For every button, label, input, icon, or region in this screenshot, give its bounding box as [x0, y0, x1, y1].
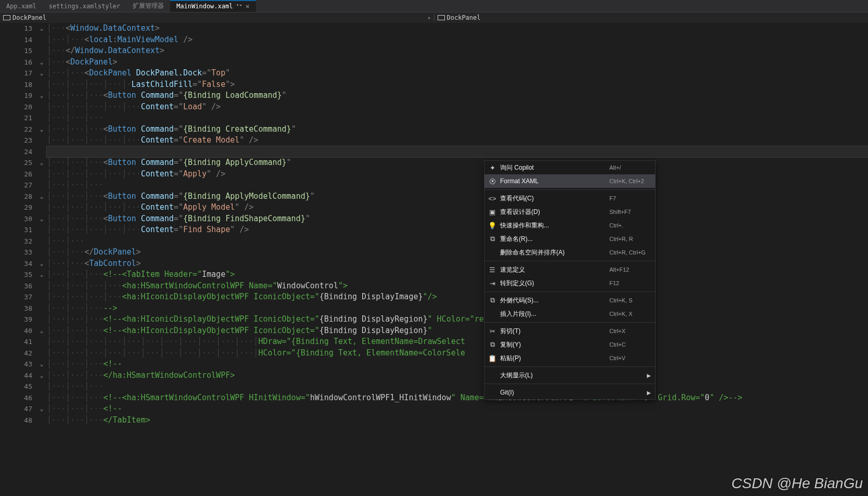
- code-line[interactable]: │···│···│···: [47, 112, 868, 124]
- menu-item[interactable]: ✂剪切(T)Ctrl+X: [484, 324, 655, 338]
- menu-separator: [484, 322, 655, 323]
- code-line[interactable]: │···│···│···│···│···│···│···│···│···│···…: [47, 348, 868, 359]
- fold-toggle[interactable]: ⌄: [36, 258, 47, 270]
- menu-item[interactable]: ⧉重命名(R)...Ctrl+R, R: [484, 232, 655, 246]
- menu-separator: [484, 189, 655, 190]
- menu-item[interactable]: ⧉复制(Y)Ctrl+C: [484, 338, 655, 351]
- code-line[interactable]: │···│···</DockPanel>: [47, 247, 868, 258]
- code-line[interactable]: │···│···│···│···│···Content="Find Shape"…: [47, 224, 868, 236]
- code-line[interactable]: │···│···│···│···│···Content="Apply" />: [47, 169, 868, 180]
- menu-icon: ⧉: [487, 340, 498, 349]
- code-line[interactable]: │···<Window.DataContext>: [47, 23, 868, 34]
- code-line[interactable]: │···│···│···<!--: [47, 403, 868, 415]
- code-line[interactable]: │···│···│···</ha:HSmartWindowControlWPF>: [47, 370, 868, 381]
- pin-icon[interactable]: ⁺⁼: [236, 3, 242, 9]
- tab-mainwindow[interactable]: MainWindow.xaml ⁺⁼ ×: [170, 0, 256, 12]
- code-line[interactable]: │···│···│···<!--: [47, 359, 868, 370]
- code-line[interactable]: │···│···│···<Button Command="{Binding Ap…: [47, 191, 868, 202]
- breadcrumb-bar: DockPanel ▾ DockPanel: [0, 12, 868, 23]
- code-line[interactable]: │···│···│···<Button Command="{Binding Ap…: [47, 157, 868, 169]
- fold-gutter: ⌄⌄⌄⌄⌄⌄⌄⌄⌄⌄⌄⌄⌄⌄: [36, 23, 47, 496]
- menu-item[interactable]: 删除命名空间并排序(A)Ctrl+R, Ctrl+G: [484, 246, 655, 259]
- code-line[interactable]: │···│···│···<Button Command="{Binding Fi…: [47, 213, 868, 225]
- code-line[interactable]: │···│···│···│···│···│···│···│···│···│···…: [47, 336, 868, 348]
- code-line[interactable]: │···│···│···<!--<TabItem Header="Image">: [47, 269, 868, 281]
- menu-icon: ☰: [487, 266, 498, 274]
- code-line[interactable]: │···│···│···│···<ha:HSmartWindowControlW…: [47, 281, 868, 292]
- menu-item[interactable]: ▣查看设计器(D)Shift+F7: [484, 205, 655, 219]
- menu-item[interactable]: ⇥转到定义(G)F12: [484, 276, 655, 290]
- menu-separator: [484, 291, 655, 292]
- fold-toggle[interactable]: ⌄: [36, 23, 47, 34]
- menu-item[interactable]: 插入片段(I)...Ctrl+K, X: [484, 307, 655, 321]
- menu-icon: ✦: [487, 164, 498, 172]
- fold-toggle[interactable]: ⌄: [36, 191, 47, 202]
- fold-toggle[interactable]: ⌄: [36, 124, 47, 135]
- fold-toggle[interactable]: ⌄: [36, 57, 47, 68]
- code-line[interactable]: │···│···│···<!--<ha:HIconicDisplayObject…: [47, 314, 868, 325]
- code-line[interactable]: │···│···│···<Button Command="{Binding Cr…: [47, 124, 868, 135]
- code-line[interactable]: │···│···│···: [47, 180, 868, 191]
- fold-toggle[interactable]: ⌄: [36, 403, 47, 415]
- panel-icon: [438, 15, 445, 20]
- code-line[interactable]: │···│···│···│···│···Content="Create Mode…: [47, 135, 868, 146]
- menu-separator: [484, 384, 655, 384]
- tab-settings[interactable]: settings.xamlstyler: [43, 0, 126, 12]
- menu-icon: 📋: [487, 354, 498, 362]
- menu-item[interactable]: 📋粘贴(P)Ctrl+V: [484, 351, 655, 365]
- menu-item[interactable]: <>查看代码(C)F7: [484, 192, 655, 205]
- code-line[interactable]: │···│···│···-->: [47, 303, 868, 314]
- watermark: CSDN @He BianGu: [731, 475, 863, 492]
- menu-item[interactable]: ⦿Format XAMLCtrl+K, Ctrl+2: [484, 174, 655, 188]
- menu-item[interactable]: 大纲显示(L)▶: [484, 368, 655, 382]
- code-line[interactable]: │···│···│···│···│·LastChildFill="False">: [47, 79, 868, 91]
- menu-item[interactable]: ✦询问 CopilotAlt+/: [484, 161, 655, 174]
- close-icon[interactable]: ×: [246, 2, 250, 10]
- code-line[interactable]: │···│···│···: [47, 381, 868, 392]
- menu-separator: [484, 366, 655, 367]
- code-editor: 1314151617181920212223242526272829303132…: [0, 23, 868, 496]
- menu-icon: ⇥: [487, 279, 498, 287]
- breadcrumb-right[interactable]: DockPanel: [434, 14, 869, 21]
- context-menu: ✦询问 CopilotAlt+/⦿Format XAMLCtrl+K, Ctrl…: [484, 160, 656, 400]
- fold-toggle[interactable]: ⌄: [36, 68, 47, 79]
- code-line[interactable]: │···│···<local:MainViewModel />: [47, 34, 868, 46]
- code-line[interactable]: │···</Window.DataContext>: [47, 45, 868, 57]
- breadcrumb-left[interactable]: DockPanel ▾: [0, 14, 434, 21]
- code-line[interactable]: [47, 146, 868, 158]
- fold-toggle[interactable]: ⌄: [36, 90, 47, 101]
- chevron-down-icon[interactable]: ▾: [427, 15, 430, 21]
- fold-toggle[interactable]: ⌄: [36, 359, 47, 370]
- line-gutter: 1314151617181920212223242526272829303132…: [0, 23, 36, 496]
- code-line[interactable]: │···│···│···│···│···Content="Load" />: [47, 101, 868, 113]
- tab-extensions[interactable]: 扩展管理器: [126, 0, 170, 12]
- menu-icon: ⧉: [487, 235, 498, 243]
- fold-toggle[interactable]: ⌄: [36, 370, 47, 381]
- code-line[interactable]: │···│···: [47, 236, 868, 247]
- code-line[interactable]: │···│···│···│···│···Content="Apply Model…: [47, 202, 868, 213]
- code-line[interactable]: │···│···│···<Button Command="{Binding Lo…: [47, 90, 868, 101]
- code-line[interactable]: │···│···│···│···<ha:HIconicDisplayObject…: [47, 291, 868, 303]
- menu-item[interactable]: ⧉外侧代码(S)...Ctrl+K, S: [484, 294, 655, 307]
- menu-item[interactable]: ☰速览定义Alt+F12: [484, 263, 655, 276]
- menu-icon: ✂: [487, 327, 498, 335]
- code-line[interactable]: │···│···│···</TabItem>: [47, 415, 868, 426]
- fold-toggle[interactable]: ⌄: [36, 213, 47, 225]
- code-line[interactable]: │···│···<DockPanel DockPanel.Dock="Top": [47, 68, 868, 79]
- menu-icon: <>: [487, 195, 498, 202]
- code-line[interactable]: │···│···│···<!--<ha:HSmartWindowControlW…: [47, 392, 868, 404]
- code-line[interactable]: │···│···│···<!--<ha:HIconicDisplayObject…: [47, 325, 868, 337]
- code-area[interactable]: │···<Window.DataContext>│···│···<local:M…: [47, 23, 868, 496]
- menu-icon: ⧉: [487, 296, 498, 304]
- menu-icon: 💡: [487, 222, 498, 230]
- fold-toggle[interactable]: ⌄: [36, 269, 47, 281]
- menu-separator: [484, 261, 655, 261]
- menu-item[interactable]: Git(I)▶: [484, 386, 655, 399]
- code-line[interactable]: │···│···<TabControl>: [47, 258, 868, 270]
- fold-toggle[interactable]: ⌄: [36, 157, 47, 169]
- tab-app-xaml[interactable]: App.xaml: [0, 0, 43, 12]
- menu-item[interactable]: 💡快速操作和重构...Ctrl+.: [484, 219, 655, 232]
- fold-toggle[interactable]: ⌄: [36, 325, 47, 337]
- code-line[interactable]: │···<DockPanel>: [47, 57, 868, 68]
- tab-bar: App.xaml settings.xamlstyler 扩展管理器 MainW…: [0, 0, 868, 12]
